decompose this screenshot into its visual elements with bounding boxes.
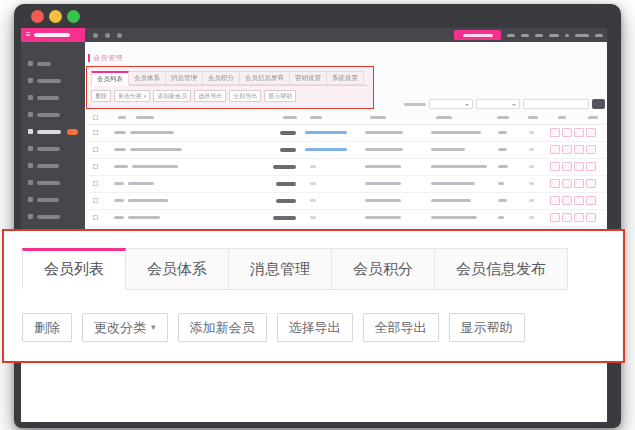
sidebar-item[interactable]: [21, 72, 85, 89]
export-all-button[interactable]: 全部导出: [229, 90, 261, 102]
action-chip[interactable]: [574, 162, 584, 171]
action-chip[interactable]: [562, 196, 572, 205]
tab-member-points[interactable]: 会员积分: [203, 71, 240, 85]
delete-button[interactable]: 删除: [91, 90, 111, 102]
table-row[interactable]: [88, 176, 606, 193]
table-row[interactable]: [88, 159, 606, 176]
action-chip[interactable]: [550, 196, 560, 205]
row-checkbox[interactable]: [93, 147, 98, 152]
nav-icon: [28, 78, 33, 83]
action-chip[interactable]: [586, 128, 596, 137]
action-chip[interactable]: [574, 196, 584, 205]
action-chip[interactable]: [562, 128, 572, 137]
action-chip[interactable]: [550, 128, 560, 137]
action-chip[interactable]: [574, 128, 584, 137]
app-logo[interactable]: ≡: [21, 28, 85, 42]
show-help-button[interactable]: 显示帮助: [449, 313, 525, 342]
top-bar-primary-button[interactable]: [454, 30, 501, 40]
action-chip[interactable]: [574, 213, 584, 222]
add-member-button[interactable]: 添加新会员: [178, 313, 267, 342]
refresh-icon[interactable]: [93, 33, 98, 38]
row-actions: [550, 196, 596, 205]
action-chip[interactable]: [550, 145, 560, 154]
action-chip[interactable]: [574, 179, 584, 188]
sidebar-item-members-active[interactable]: [21, 123, 85, 140]
action-chip[interactable]: [550, 179, 560, 188]
add-member-button[interactable]: 添加新会员: [153, 90, 191, 102]
tab-message-mgmt[interactable]: 消息管理: [166, 71, 203, 85]
action-chip[interactable]: [562, 162, 572, 171]
member-tabs: 会员列表 会员体系 消息管理 会员积分 会员信息发布: [22, 248, 568, 290]
minimize-window-button[interactable]: [49, 10, 62, 23]
menu-item[interactable]: [595, 34, 603, 37]
export-all-button[interactable]: 全部导出: [363, 313, 439, 342]
tab-member-points[interactable]: 会员积分: [332, 248, 435, 290]
table-row[interactable]: [88, 142, 606, 159]
row-checkbox[interactable]: [93, 130, 98, 135]
link-icon[interactable]: [117, 33, 122, 38]
filter-select[interactable]: [429, 99, 473, 109]
sidebar-item[interactable]: [21, 208, 85, 225]
row-checkbox[interactable]: [93, 164, 98, 169]
browser-window: ≡: [14, 4, 621, 428]
action-chip[interactable]: [562, 213, 572, 222]
menu-item[interactable]: [521, 34, 529, 37]
search-input[interactable]: [523, 99, 589, 109]
change-category-dropdown[interactable]: 更改分类▾: [82, 313, 168, 342]
row-checkbox[interactable]: [93, 181, 98, 186]
table-row[interactable]: [88, 125, 606, 142]
table-row[interactable]: [88, 193, 606, 210]
tab-message-mgmt[interactable]: 消息管理: [229, 248, 332, 290]
sidebar-item[interactable]: [21, 89, 85, 106]
menu-item[interactable]: [565, 34, 569, 37]
zoom-window-button[interactable]: [67, 10, 80, 23]
row-checkbox[interactable]: [93, 215, 98, 220]
tab-member-info-publish[interactable]: 会员信息发布: [435, 248, 568, 290]
member-table: [88, 112, 606, 244]
action-chip[interactable]: [586, 213, 596, 222]
row-actions: [550, 179, 596, 188]
delete-button[interactable]: 删除: [22, 313, 72, 342]
sidebar-item[interactable]: [21, 157, 85, 174]
tab-member-info-publish[interactable]: 会员信息发布: [240, 71, 290, 85]
top-bar-menu: [507, 34, 603, 37]
close-window-button[interactable]: [31, 10, 44, 23]
action-chip[interactable]: [586, 145, 596, 154]
sidebar-item[interactable]: [21, 174, 85, 191]
action-chip[interactable]: [562, 145, 572, 154]
sidebar-item[interactable]: [21, 106, 85, 123]
action-chip[interactable]: [574, 145, 584, 154]
sidebar-item[interactable]: [21, 140, 85, 157]
select-all-checkbox[interactable]: [93, 115, 98, 120]
show-help-button[interactable]: 显示帮助: [264, 90, 296, 102]
action-chip[interactable]: [586, 179, 596, 188]
export-selected-button[interactable]: 选择导出: [277, 313, 353, 342]
logo-text-placeholder: [34, 33, 70, 37]
row-checkbox[interactable]: [93, 198, 98, 203]
table-row[interactable]: [88, 210, 606, 227]
action-chip[interactable]: [550, 213, 560, 222]
action-chip[interactable]: [586, 196, 596, 205]
tab-member-list[interactable]: 会员列表: [91, 71, 129, 86]
tab-member-list[interactable]: 会员列表: [22, 248, 126, 290]
tab-member-system[interactable]: 会员体系: [126, 248, 229, 290]
action-chip[interactable]: [562, 179, 572, 188]
export-selected-button[interactable]: 选择导出: [194, 90, 226, 102]
filter-select[interactable]: [476, 99, 520, 109]
tab-system-settings[interactable]: 系统设置: [327, 71, 364, 85]
action-chip[interactable]: [586, 162, 596, 171]
menu-item[interactable]: [575, 34, 589, 37]
menu-item[interactable]: [549, 34, 559, 37]
sidebar-item[interactable]: [21, 191, 85, 208]
top-bar-right: [454, 30, 607, 40]
sidebar-item[interactable]: [21, 55, 85, 72]
menu-item[interactable]: [507, 34, 515, 37]
app-top-bar: ≡: [21, 28, 607, 42]
tab-member-system[interactable]: 会员体系: [129, 71, 166, 85]
tab-marketing-settings[interactable]: 营销设置: [290, 71, 327, 85]
menu-item[interactable]: [535, 34, 543, 37]
action-chip[interactable]: [550, 162, 560, 171]
app-body: 会员管理 会员列表 会员体系 消息管理 会员积分 会员信息发布 营销设置 系统设…: [21, 42, 607, 254]
search-button[interactable]: [592, 99, 605, 109]
change-category-dropdown[interactable]: 更改分类 ▾: [114, 90, 150, 102]
